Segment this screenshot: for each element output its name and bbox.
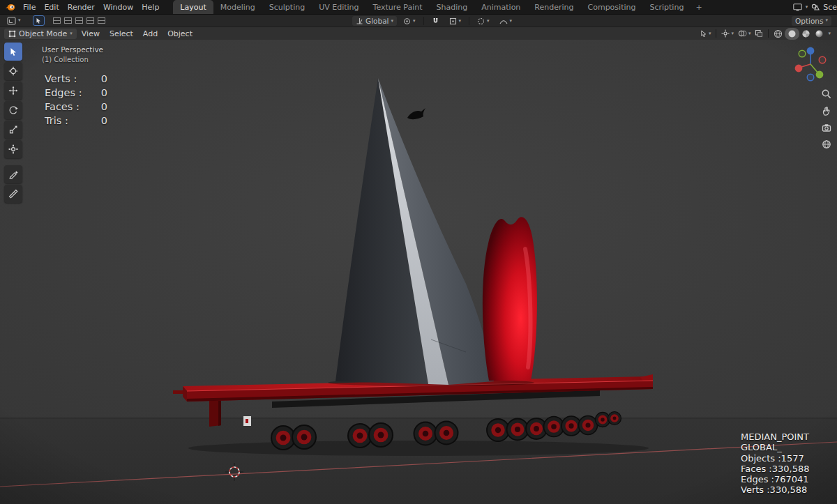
menu-render[interactable]: Render bbox=[63, 0, 99, 14]
workspace-icon[interactable] bbox=[793, 3, 802, 11]
measure-ruler-icon bbox=[8, 189, 18, 199]
menu-view[interactable]: View bbox=[77, 29, 105, 38]
menu-window[interactable]: Window bbox=[99, 0, 137, 14]
snap-toggle-button[interactable] bbox=[428, 16, 443, 26]
menu-select[interactable]: Select bbox=[105, 29, 138, 38]
tool-annotate-button[interactable] bbox=[4, 165, 22, 183]
grid-icon-2[interactable] bbox=[64, 17, 72, 24]
editor-type-button[interactable]: ▾ bbox=[3, 16, 24, 26]
solid-sphere-icon bbox=[787, 29, 797, 38]
stat-value: 0 bbox=[101, 115, 107, 129]
cursor-tool-icon bbox=[8, 66, 18, 76]
transform-icon bbox=[8, 144, 18, 154]
viewport-nav-buttons bbox=[819, 87, 834, 154]
hand-icon bbox=[821, 105, 832, 116]
orientation-label: Global bbox=[365, 17, 389, 25]
tab-animation[interactable]: Animation bbox=[474, 0, 527, 14]
falloff-caret-icon: ▾ bbox=[510, 19, 513, 24]
grid-icon-1[interactable] bbox=[53, 17, 61, 24]
shading-caret-icon: ▾ bbox=[828, 31, 831, 36]
workspace-caret-icon[interactable]: ▾ bbox=[806, 5, 808, 10]
shading-options-dropdown[interactable]: ▾ bbox=[826, 29, 833, 39]
zoom-button[interactable] bbox=[820, 87, 834, 101]
menu-object[interactable]: Object bbox=[163, 29, 197, 38]
camera-view-button[interactable] bbox=[820, 121, 834, 135]
pointer-icon bbox=[700, 29, 707, 38]
toolbar bbox=[4, 43, 22, 204]
select-box-icon bbox=[8, 47, 18, 56]
tab-texture-paint[interactable]: Texture Paint bbox=[366, 0, 430, 14]
options-label: Options bbox=[795, 17, 824, 25]
shading-rendered-button[interactable] bbox=[813, 29, 826, 39]
tool-transform-button[interactable] bbox=[4, 140, 22, 158]
proportional-edit-button[interactable]: ▾ bbox=[474, 16, 493, 26]
menu-add[interactable]: Add bbox=[138, 29, 163, 38]
gizmo-x-neg[interactable] bbox=[819, 56, 826, 63]
shading-wireframe-button[interactable] bbox=[771, 29, 785, 39]
annotate-pencil-icon bbox=[8, 169, 18, 179]
menu-edit[interactable]: Edit bbox=[40, 0, 63, 14]
blender-window: File Edit Render Window Help Layout Mode… bbox=[0, 0, 837, 504]
orientation-icon bbox=[356, 17, 363, 25]
grid-icon-5[interactable] bbox=[98, 17, 105, 24]
scene-name-label[interactable]: Sce bbox=[823, 3, 837, 12]
navigation-gizmo[interactable] bbox=[791, 45, 830, 84]
gizmo-x-axis[interactable] bbox=[795, 65, 803, 72]
selectability-dropdown[interactable]: ▾ bbox=[698, 29, 714, 39]
options-dropdown[interactable]: Options ▾ bbox=[792, 16, 831, 26]
selectability-caret-icon: ▾ bbox=[709, 31, 711, 36]
menu-help[interactable]: Help bbox=[137, 0, 163, 14]
tool-move-button[interactable] bbox=[4, 82, 22, 100]
gizmo-y-neg[interactable] bbox=[799, 50, 806, 57]
grid-icon-4[interactable] bbox=[86, 17, 94, 24]
rendered-sphere-icon bbox=[815, 29, 824, 38]
mode-dropdown[interactable]: Object Mode ▾ bbox=[4, 29, 77, 39]
active-tool-button[interactable] bbox=[33, 15, 45, 26]
falloff-dropdown[interactable]: ▾ bbox=[496, 16, 516, 26]
pivot-caret-icon: ▾ bbox=[413, 19, 416, 24]
gizmos-dropdown[interactable]: ▾ bbox=[719, 29, 736, 39]
blender-logo-icon[interactable] bbox=[4, 2, 15, 12]
workspace-tabs: Layout Modeling Sculpting UV Editing Tex… bbox=[173, 0, 707, 14]
tool-cursor-button[interactable] bbox=[4, 62, 22, 80]
gizmo-y-axis[interactable] bbox=[816, 71, 824, 79]
overlays-dropdown[interactable]: ▾ bbox=[736, 29, 753, 39]
tab-uv-editing[interactable]: UV Editing bbox=[312, 0, 365, 14]
toggle-ortho-button[interactable] bbox=[820, 137, 834, 151]
proportional-caret-icon: ▾ bbox=[487, 19, 490, 24]
tool-measure-button[interactable] bbox=[4, 185, 22, 203]
orientation-caret-icon: ▾ bbox=[391, 19, 394, 24]
tab-modeling[interactable]: Modeling bbox=[213, 0, 262, 14]
tool-select-box-button[interactable] bbox=[4, 43, 22, 61]
tab-rendering[interactable]: Rendering bbox=[527, 0, 580, 14]
pan-button[interactable] bbox=[820, 104, 834, 118]
separator bbox=[768, 29, 769, 38]
tab-sculpting[interactable]: Sculpting bbox=[262, 0, 312, 14]
falloff-curve-icon bbox=[499, 17, 508, 25]
stat-verts: Verts : 0 bbox=[45, 73, 107, 87]
separator bbox=[716, 29, 716, 38]
viewport-3d[interactable]: User Perspective (1) Collection Verts : … bbox=[0, 40, 837, 504]
tool-rotate-button[interactable] bbox=[4, 101, 22, 119]
transform-orientation-dropdown[interactable]: Global ▾ bbox=[352, 16, 397, 26]
snap-settings-dropdown[interactable]: ▾ bbox=[446, 16, 465, 26]
xray-toggle-button[interactable] bbox=[753, 29, 765, 39]
snap-caret-icon: ▾ bbox=[459, 19, 462, 24]
separator bbox=[423, 17, 424, 25]
scene-icon bbox=[811, 3, 820, 11]
tab-scripting[interactable]: Scripting bbox=[642, 0, 691, 14]
tab-compositing[interactable]: Compositing bbox=[581, 0, 643, 14]
shading-solid-button[interactable] bbox=[786, 29, 798, 39]
pivot-point-dropdown[interactable]: ▾ bbox=[400, 16, 419, 26]
tab-shading[interactable]: Shading bbox=[430, 0, 475, 14]
scale-icon bbox=[8, 125, 18, 135]
grid-icon-3[interactable] bbox=[75, 17, 83, 24]
gizmo-z-neg[interactable] bbox=[807, 74, 814, 81]
gizmo-z-axis[interactable] bbox=[807, 47, 815, 55]
transform-hud: MEDIAN_POINT GLOBAL_ Objects :1577 Faces… bbox=[741, 432, 809, 496]
shading-material-button[interactable] bbox=[799, 29, 813, 39]
tab-layout[interactable]: Layout bbox=[173, 0, 213, 14]
add-workspace-button[interactable]: + bbox=[691, 0, 707, 14]
tool-scale-button[interactable] bbox=[4, 121, 22, 139]
menu-file[interactable]: File bbox=[19, 0, 40, 14]
